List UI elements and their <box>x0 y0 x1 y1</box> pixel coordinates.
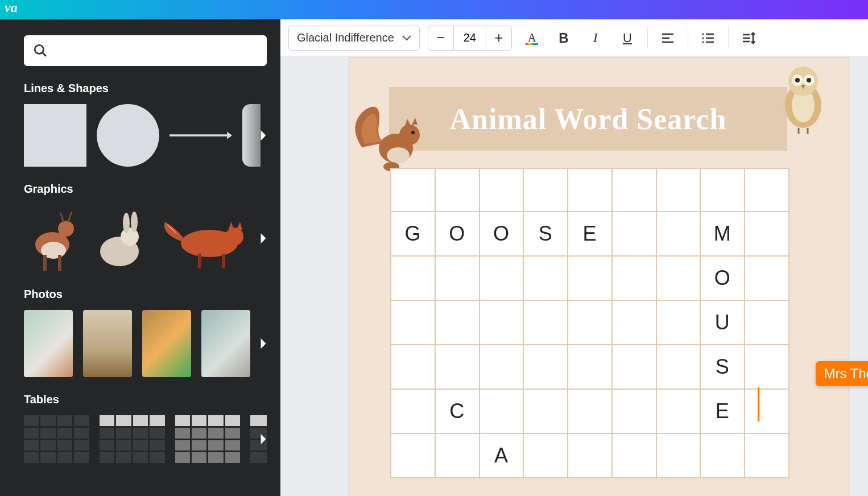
text-align-button[interactable] <box>656 26 680 50</box>
grid-cell[interactable] <box>480 390 524 434</box>
table-thumbnail[interactable] <box>100 415 165 463</box>
grid-cell[interactable] <box>524 345 568 390</box>
grid-cell[interactable] <box>524 257 568 301</box>
grid-cell[interactable] <box>657 212 701 257</box>
grid-cell[interactable] <box>613 168 657 212</box>
grid-cell[interactable]: E <box>701 390 745 434</box>
spacing-button[interactable] <box>737 26 760 50</box>
grid-cell[interactable] <box>745 345 790 390</box>
grid-cell[interactable] <box>391 390 436 434</box>
graphic-fox[interactable] <box>158 205 249 272</box>
grid-cell[interactable] <box>701 168 745 212</box>
divider <box>688 28 688 48</box>
grid-cell[interactable]: G <box>391 212 436 257</box>
graphic-deer[interactable] <box>24 205 81 272</box>
grid-cell[interactable] <box>391 301 436 345</box>
font-size-increase-button[interactable]: + <box>486 26 511 50</box>
grid-cell[interactable] <box>745 390 790 434</box>
search-input[interactable] <box>24 35 267 66</box>
grid-cell[interactable] <box>480 257 524 301</box>
chevron-right-icon[interactable] <box>255 127 271 143</box>
grid-cell[interactable]: O <box>480 212 524 257</box>
font-size-value[interactable]: 24 <box>453 26 486 50</box>
chevron-right-icon[interactable] <box>255 336 271 352</box>
grid-cell[interactable] <box>745 212 790 257</box>
photo-thumbnail[interactable] <box>201 310 250 377</box>
underline-button[interactable]: U <box>615 26 639 50</box>
grid-cell[interactable]: O <box>436 212 480 257</box>
svg-text:A: A <box>528 31 536 44</box>
grid-cell[interactable]: E <box>568 212 613 257</box>
grid-cell[interactable] <box>524 168 568 212</box>
word-search-grid[interactable]: GOOSEMOUSCEA <box>390 168 790 478</box>
grid-cell[interactable] <box>745 434 790 478</box>
grid-cell[interactable]: O <box>701 257 745 301</box>
grid-cell[interactable] <box>524 390 568 434</box>
grid-cell[interactable] <box>613 301 657 345</box>
grid-cell[interactable] <box>391 434 436 478</box>
chevron-right-icon[interactable] <box>255 431 271 447</box>
grid-cell[interactable] <box>568 257 613 301</box>
grid-cell[interactable] <box>657 345 701 390</box>
squirrel-graphic[interactable] <box>350 96 430 178</box>
grid-cell[interactable] <box>436 434 480 478</box>
chevron-right-icon[interactable] <box>255 230 271 246</box>
grid-cell[interactable] <box>391 257 436 301</box>
shape-square[interactable] <box>24 104 86 167</box>
font-family-select[interactable]: Glacial Indifference <box>288 26 420 51</box>
grid-cell[interactable] <box>480 168 524 212</box>
grid-cell[interactable] <box>436 257 480 301</box>
grid-cell[interactable] <box>391 168 436 212</box>
grid-cell[interactable] <box>524 301 568 345</box>
grid-cell[interactable] <box>568 390 613 434</box>
grid-cell[interactable] <box>657 390 701 434</box>
shape-circle[interactable] <box>97 104 159 167</box>
photo-thumbnail[interactable] <box>24 310 73 377</box>
table-thumbnail[interactable] <box>175 415 241 463</box>
grid-cell[interactable]: S <box>524 212 568 257</box>
grid-cell[interactable] <box>568 434 613 478</box>
graphic-rabbit[interactable] <box>91 205 148 272</box>
grid-cell[interactable] <box>436 168 480 212</box>
photo-thumbnail[interactable] <box>142 310 191 377</box>
grid-cell[interactable] <box>391 345 436 390</box>
grid-cell[interactable]: C <box>436 390 480 434</box>
grid-cell[interactable] <box>657 434 701 478</box>
grid-cell[interactable]: S <box>701 345 745 390</box>
grid-cell[interactable] <box>745 301 790 345</box>
svg-rect-8 <box>58 255 61 271</box>
design-page[interactable]: Animal Word Search GOOSEMOUSCEA Mrs Thom… <box>349 57 849 496</box>
grid-cell[interactable] <box>613 257 657 301</box>
grid-cell[interactable] <box>436 301 480 345</box>
grid-cell[interactable] <box>568 168 613 212</box>
font-size-decrease-button[interactable]: − <box>428 26 453 50</box>
text-color-button[interactable]: A <box>520 26 544 50</box>
bold-button[interactable]: B <box>552 26 576 50</box>
list-button[interactable] <box>696 26 720 50</box>
grid-cell[interactable] <box>657 257 701 301</box>
grid-cell[interactable] <box>657 301 701 345</box>
grid-cell[interactable]: A <box>480 434 524 478</box>
owl-graphic[interactable] <box>775 61 832 137</box>
grid-cell[interactable] <box>568 301 613 345</box>
grid-cell[interactable] <box>436 345 480 390</box>
table-thumbnail[interactable] <box>24 415 89 463</box>
grid-cell[interactable] <box>745 168 790 212</box>
grid-cell[interactable] <box>745 257 790 301</box>
grid-cell[interactable] <box>613 390 657 434</box>
shape-line-arrow[interactable] <box>170 129 232 142</box>
grid-cell[interactable]: M <box>701 212 745 257</box>
grid-cell[interactable] <box>613 345 657 390</box>
grid-cell[interactable] <box>568 345 613 390</box>
photo-thumbnail[interactable] <box>83 310 132 377</box>
grid-cell[interactable] <box>701 434 745 478</box>
grid-cell[interactable] <box>657 168 701 212</box>
grid-cell[interactable] <box>613 434 657 478</box>
italic-button[interactable]: I <box>584 26 607 50</box>
grid-cell[interactable]: U <box>701 301 745 345</box>
grid-cell[interactable] <box>524 434 568 478</box>
grid-cell[interactable] <box>480 345 524 390</box>
grid-cell[interactable] <box>480 301 524 345</box>
grid-cell[interactable] <box>613 212 657 257</box>
title-banner[interactable]: Animal Word Search <box>389 87 787 151</box>
